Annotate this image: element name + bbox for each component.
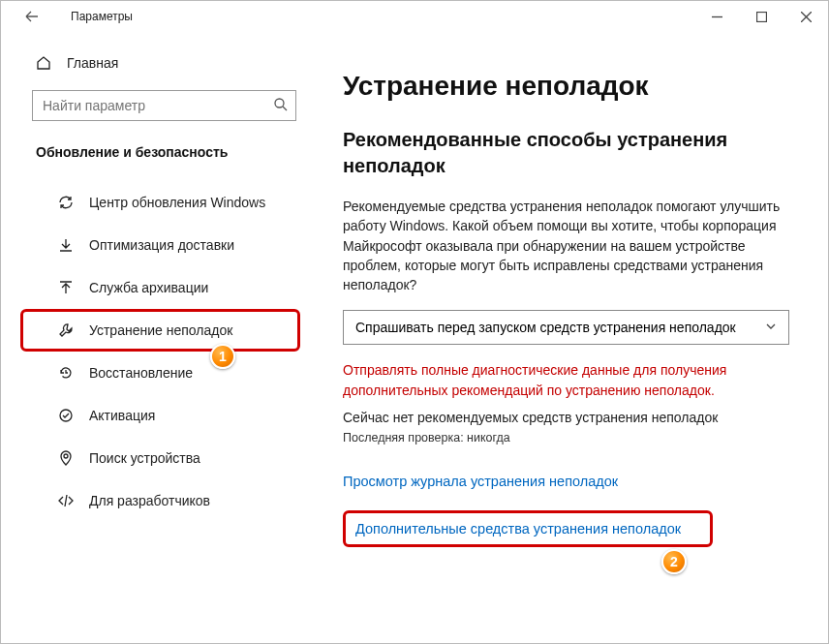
sidebar-item-find-device[interactable]: Поиск устройства — [20, 437, 300, 479]
sync-icon — [58, 195, 74, 210]
window-title: Параметры — [71, 10, 133, 23]
annotation-badge-2: 2 — [661, 549, 687, 574]
sidebar-item-label: Поиск устройства — [89, 450, 200, 466]
view-history-link[interactable]: Просмотр журнала устранения неполадок — [343, 474, 789, 489]
svg-point-1 — [275, 99, 284, 107]
home-button[interactable]: Главная — [1, 44, 316, 82]
home-label: Главная — [67, 55, 118, 71]
section-description: Рекомендуемые средства устранения непола… — [343, 197, 789, 294]
sidebar-item-developers[interactable]: Для разработчиков — [20, 479, 300, 522]
troubleshoot-mode-dropdown[interactable]: Спрашивать перед запуском средств устран… — [343, 310, 789, 345]
sidebar-item-label: Для разработчиков — [89, 493, 210, 508]
section-title: Обновление и безопасность — [1, 129, 316, 175]
main-content: Устранение неполадок Рекомендованные спо… — [316, 32, 828, 644]
annotation-badge-1: 1 — [210, 344, 235, 369]
upload-icon — [58, 280, 74, 295]
chevron-down-icon — [765, 320, 777, 335]
diagnostic-data-link[interactable]: Отправлять полные диагностические данные… — [343, 360, 789, 400]
sidebar-item-delivery-optimization[interactable]: Оптимизация доставки — [20, 224, 300, 266]
close-button[interactable] — [783, 1, 828, 32]
sidebar-item-activation[interactable]: Активация — [20, 394, 300, 437]
sidebar-item-label: Устранение неполадок — [89, 322, 232, 338]
location-icon — [58, 450, 74, 466]
sidebar-item-recovery[interactable]: Восстановление — [20, 352, 300, 394]
last-check-text: Последняя проверка: никогда — [343, 431, 789, 445]
sidebar-item-label: Оптимизация доставки — [89, 237, 234, 253]
sidebar-item-windows-update[interactable]: Центр обновления Windows — [20, 181, 300, 224]
sidebar-item-label: Восстановление — [89, 365, 193, 381]
svg-point-3 — [64, 454, 68, 458]
minimize-button[interactable] — [694, 1, 739, 32]
code-icon — [58, 493, 74, 508]
svg-point-2 — [60, 410, 72, 421]
sidebar-item-backup[interactable]: Служба архивации — [20, 266, 300, 309]
dropdown-value: Спрашивать перед запуском средств устран… — [355, 320, 736, 335]
svg-rect-0 — [756, 12, 766, 21]
sidebar-item-troubleshoot[interactable]: Устранение неполадок — [20, 309, 300, 352]
search-icon — [273, 97, 289, 116]
additional-troubleshooters-link[interactable]: Дополнительные средства устранения непол… — [343, 510, 713, 547]
sidebar-item-label: Центр обновления Windows — [89, 195, 265, 210]
maximize-button[interactable] — [739, 1, 783, 32]
page-title: Устранение неполадок — [343, 71, 789, 102]
section-heading: Рекомендованные способы устранения непол… — [343, 127, 789, 179]
home-icon — [36, 55, 51, 71]
search-input[interactable] — [32, 90, 296, 121]
back-button[interactable] — [16, 1, 47, 32]
sidebar: Главная Обновление и безопасность Центр … — [1, 32, 316, 644]
download-icon — [58, 237, 74, 253]
sidebar-item-label: Активация — [89, 408, 155, 423]
sidebar-item-label: Служба архивации — [89, 280, 208, 295]
check-icon — [58, 408, 74, 423]
no-recommended-text: Сейчас нет рекомендуемых средств устране… — [343, 410, 789, 425]
wrench-icon — [58, 322, 74, 338]
history-icon — [58, 365, 74, 381]
